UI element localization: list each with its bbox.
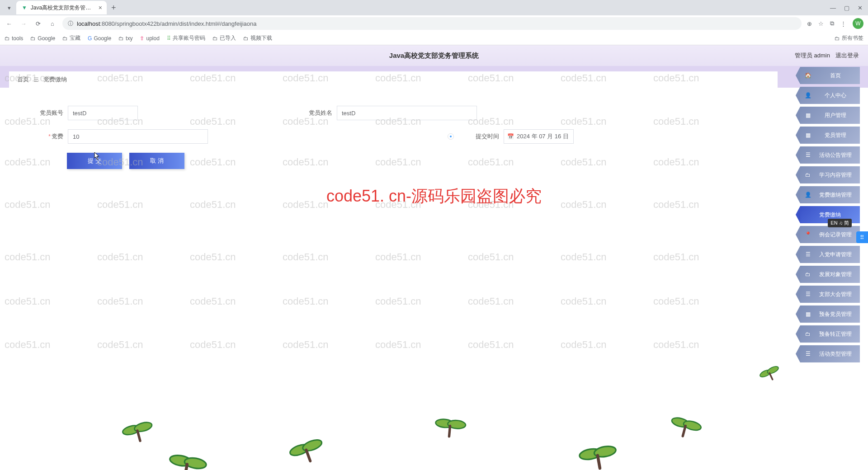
svg-point-9 — [435, 418, 454, 428]
watermark-text: code51.cn — [5, 296, 51, 307]
submit-button[interactable]: 提 交 — [67, 153, 122, 169]
watermark-text: code51.cn — [97, 339, 143, 351]
watermark-text: code51.cn — [190, 199, 236, 211]
time-label: 提交时间 — [467, 132, 499, 141]
svg-point-3 — [169, 454, 192, 467]
watermark-text: code51.cn — [283, 339, 329, 351]
new-tab-icon[interactable]: + — [111, 3, 116, 13]
right-sidebar: 🏠首页 👤个人中心 ▦用户管理 ▦党员管理 ☰活动公告管理 🗀学习内容管理 👤党… — [800, 67, 860, 362]
sidebar-item-probation-mgmt[interactable]: ▦预备党员管理 — [800, 306, 860, 323]
profile-avatar[interactable]: W — [853, 18, 863, 29]
site-info-icon[interactable]: ⓘ — [68, 20, 73, 28]
bookmarks-bar: 🗀tools 🗀Google 🗀宝藏 GGoogle 🗀txy ⇧uplod ⠿… — [0, 32, 868, 45]
account-label: 党员账号 — [36, 109, 63, 117]
fee-input[interactable] — [68, 129, 208, 144]
tab-close-icon[interactable]: × — [99, 4, 102, 11]
folder-icon: 🗀 — [62, 35, 68, 42]
cancel-button[interactable]: 取 消 — [129, 153, 184, 169]
user-label[interactable]: 管理员 admin — [795, 52, 830, 60]
svg-rect-2 — [136, 429, 142, 442]
back-icon[interactable]: ← — [5, 20, 14, 27]
watermark-text: code51.cn — [653, 199, 699, 211]
dragonfly-icon — [666, 412, 704, 444]
page-title: Java高校党支部党务管理系统 — [389, 52, 479, 60]
browser-tab[interactable]: ▼ Java高校党支部党务管理系统 × — [16, 1, 107, 14]
watermark-text: code51.cn — [375, 296, 421, 307]
sidebar-item-confirm-mgmt[interactable]: 🗀预备转正管理 — [800, 325, 860, 343]
minimize-icon[interactable]: — — [830, 5, 836, 11]
sidebar-item-member-mgmt[interactable]: ▦党员管理 — [800, 127, 860, 144]
extensions-icon[interactable]: ⧉ — [830, 20, 834, 27]
sidebar-item-branch-mgmt[interactable]: ☰支部大会管理 — [800, 286, 860, 303]
watermark-text: code51.cn — [653, 339, 699, 351]
svg-point-13 — [594, 445, 617, 458]
name-input[interactable] — [337, 106, 477, 120]
svg-point-16 — [683, 419, 702, 432]
sidebar-item-profile[interactable]: 👤个人中心 — [800, 87, 860, 104]
bookmark-star-icon[interactable]: ☆ — [818, 20, 824, 27]
reload-icon[interactable]: ⟳ — [33, 20, 42, 27]
tab-bar: ▾ ▼ Java高校党支部党务管理系统 × + — ▢ ✕ — [0, 0, 868, 15]
bookmark-item[interactable]: 🗀视频下载 — [243, 34, 272, 42]
sidebar-item-meeting-mgmt[interactable]: 📍例会记录管理 — [800, 226, 860, 243]
bookmark-item[interactable]: ⠿共享账号密码 — [167, 34, 205, 42]
grid-icon: ▦ — [804, 112, 812, 118]
account-input[interactable] — [68, 106, 138, 120]
share-icon: ⠿ — [167, 35, 171, 42]
watermark-text: code51.cn — [97, 199, 143, 211]
watermark-text: code51.cn — [5, 199, 51, 211]
browser-chrome: ▾ ▼ Java高校党支部党务管理系统 × + — ▢ ✕ ← → ⟳ ⌂ ⓘ … — [0, 0, 868, 45]
radio-icon[interactable] — [448, 133, 454, 140]
bookmark-item[interactable]: 🗀已导入 — [212, 34, 236, 42]
sidebar-item-develop-mgmt[interactable]: 🗀发展对象管理 — [800, 266, 860, 283]
watermark-text: code51.cn — [190, 339, 236, 351]
all-bookmarks[interactable]: 🗀所有书签 — [835, 34, 863, 42]
folder-icon: 🗀 — [804, 172, 812, 178]
language-badge[interactable]: EN ♫ 简 — [828, 219, 852, 227]
bookmark-item[interactable]: 🗀txy — [118, 35, 132, 42]
address-bar: ← → ⟳ ⌂ ⓘ localhost:8080/springbootx422b… — [0, 15, 868, 32]
sidebar-item-apply-mgmt[interactable]: ☰入党申请管理 — [800, 246, 860, 263]
list-icon: ☰ — [804, 291, 812, 297]
menu-icon[interactable]: ⋮ — [840, 20, 846, 27]
sidebar-item-announce-mgmt[interactable]: ☰活动公告管理 — [800, 146, 860, 164]
folder-icon: 🗀 — [118, 35, 124, 42]
home-icon[interactable]: ⌂ — [48, 20, 57, 27]
svg-rect-20 — [769, 372, 774, 381]
sidebar-item-user-mgmt[interactable]: ▦用户管理 — [800, 107, 860, 124]
breadcrumb-separator-icon: ☰ — [33, 76, 39, 83]
sidebar-item-study-mgmt[interactable]: 🗀学习内容管理 — [800, 166, 860, 183]
url-text: localhost:8080/springbootx422b/admin/dis… — [77, 20, 796, 27]
bookmark-item[interactable]: GGoogle — [88, 35, 111, 42]
bookmark-item[interactable]: 🗀tools — [5, 35, 23, 42]
logout-link[interactable]: 退出登录 — [835, 52, 859, 60]
watermark-text: code51.cn — [653, 251, 699, 263]
watermark-text: code51.cn — [561, 251, 607, 263]
list-icon: ☰ — [804, 152, 812, 158]
forward-icon: → — [19, 20, 28, 27]
sidebar-item-home[interactable]: 🏠首页 — [800, 67, 860, 84]
breadcrumb: 首页 ☰ 党费缴纳 — [9, 71, 778, 88]
watermark-text: code51.cn — [190, 296, 236, 307]
svg-point-0 — [122, 424, 141, 437]
pin-icon: 📍 — [804, 231, 812, 238]
maximize-icon[interactable]: ▢ — [844, 5, 849, 11]
float-tool-icon[interactable]: ⠿ — [856, 231, 868, 243]
translate-icon[interactable]: ⊕ — [807, 20, 812, 27]
sidebar-item-fee-mgmt[interactable]: 👤党费缴纳管理 — [800, 186, 860, 203]
url-box[interactable]: ⓘ localhost:8080/springbootx422b/admin/d… — [62, 17, 802, 30]
watermark-text: code51.cn — [97, 251, 143, 263]
list-icon: ☰ — [804, 251, 812, 258]
tab-search-icon[interactable]: ▾ — [4, 2, 14, 13]
calendar-icon: 📅 — [507, 133, 514, 140]
fee-label: *党费 — [36, 132, 63, 141]
sidebar-item-activity-type[interactable]: ☰活动类型管理 — [800, 345, 860, 362]
bookmark-item[interactable]: 🗀宝藏 — [62, 34, 80, 42]
bookmark-item[interactable]: 🗀Google — [30, 35, 55, 42]
close-window-icon[interactable]: ✕ — [858, 5, 863, 11]
watermark-text: code51.cn — [561, 339, 607, 351]
date-input[interactable] — [504, 129, 574, 144]
watermark-text: code51.cn — [283, 296, 329, 307]
breadcrumb-home[interactable]: 首页 — [17, 75, 29, 84]
bookmark-item[interactable]: ⇧uplod — [140, 35, 159, 42]
